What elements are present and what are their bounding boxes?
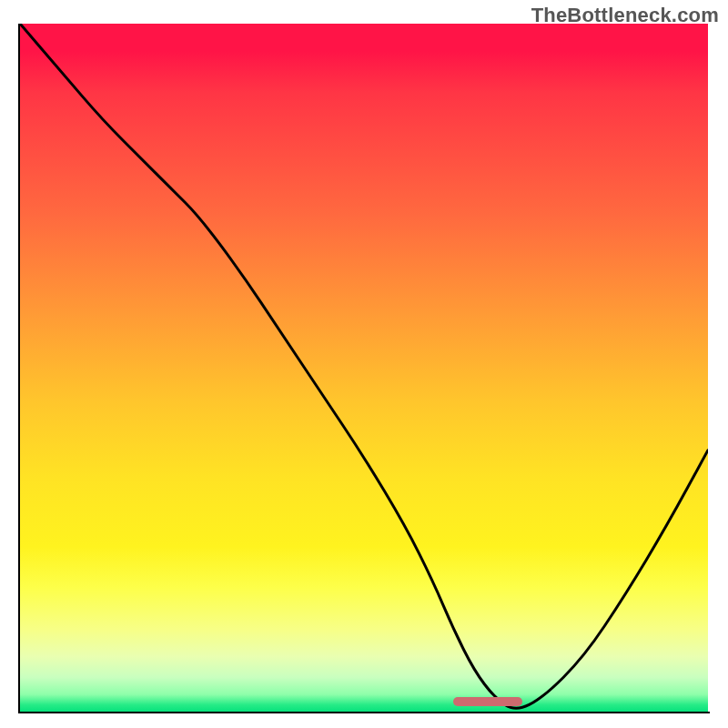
bottleneck-chart: TheBottleneck.com	[0, 0, 728, 728]
optimal-range-marker	[453, 697, 522, 706]
curve-layer	[20, 24, 708, 712]
bottleneck-curve-path	[20, 24, 708, 708]
x-axis	[18, 712, 710, 713]
